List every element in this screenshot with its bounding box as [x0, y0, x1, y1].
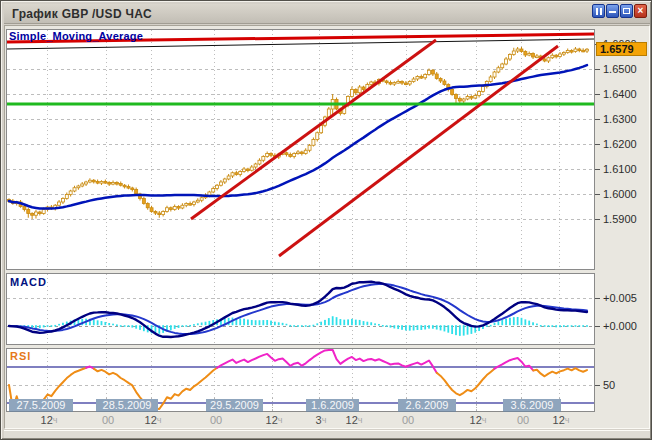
time-tick-label: 12ч — [342, 414, 366, 427]
sma-overlay-label: Simple_Moving_Average — [9, 30, 143, 43]
date-badge: 29.5.2009 — [206, 399, 263, 412]
window-title: График GBP /USD ЧАС — [4, 7, 152, 21]
rsi-pane-label: RSI — [10, 350, 31, 363]
price-axis-label: 1.6500 — [603, 63, 637, 76]
price-pane[interactable] — [6, 29, 595, 270]
titlebar-buttons: × — [592, 4, 647, 18]
price-axis-label: 1.6100 — [603, 163, 637, 176]
time-tick-label: 12ч — [141, 414, 165, 427]
chart-window: График GBP /USD ЧАС × Simple_Moving_Aver… — [0, 0, 652, 440]
window-titlebar[interactable]: График GBP /USD ЧАС — [4, 4, 650, 24]
time-tick-label: 00 — [96, 414, 120, 427]
pin-icon — [596, 8, 598, 15]
price-axis-label: 1.6400 — [603, 88, 637, 101]
macd-pane[interactable] — [6, 273, 595, 345]
time-tick-suffix: ч — [278, 415, 283, 425]
time-tick-label: 00 — [396, 414, 420, 427]
time-tick-suffix: ч — [322, 415, 327, 425]
price-axis-label: 1.6000 — [603, 188, 637, 201]
maximize-button[interactable] — [620, 4, 633, 18]
time-tick-label: 00 — [204, 414, 228, 427]
time-tick-suffix: ч — [482, 415, 487, 425]
window-bottom-frame — [4, 430, 650, 438]
price-axis-label: 1.6200 — [603, 138, 637, 151]
rsi-axis-label: 50 — [603, 379, 615, 392]
time-tick-label: 12ч — [466, 414, 490, 427]
minimize-icon — [609, 11, 616, 13]
time-tick-suffix: ч — [358, 415, 363, 425]
date-badge: 3.6.2009 — [503, 399, 561, 412]
price-axis-label: 1.6300 — [603, 113, 637, 126]
close-button[interactable]: × — [634, 4, 647, 18]
time-tick-suffix: ч — [565, 415, 570, 425]
date-badge: 28.5.2009 — [96, 399, 158, 412]
time-tick-label: 12ч — [37, 414, 61, 427]
time-tick-label: 12ч — [549, 414, 573, 427]
time-tick-label: 12ч — [262, 414, 286, 427]
macd-pane-label: MACD — [10, 276, 47, 289]
date-badge: 1.6.2009 — [306, 399, 359, 412]
time-tick-label: 3ч — [309, 414, 333, 427]
price-axis-label: 1.5900 — [603, 213, 637, 226]
time-tick-label: 00 — [511, 414, 535, 427]
date-badge: 27.5.2009 — [9, 399, 73, 412]
macd-axis-label: +0.000 — [603, 320, 637, 333]
date-badge: 2.6.2009 — [398, 399, 456, 412]
time-tick-suffix: ч — [157, 415, 162, 425]
current-price-flag: 1.6579 — [596, 42, 647, 56]
time-tick-suffix: ч — [53, 415, 58, 425]
minimize-button[interactable] — [606, 4, 619, 18]
pin-button[interactable] — [592, 4, 605, 18]
maximize-icon — [623, 8, 630, 14]
macd-axis-label: +0.005 — [603, 292, 637, 305]
